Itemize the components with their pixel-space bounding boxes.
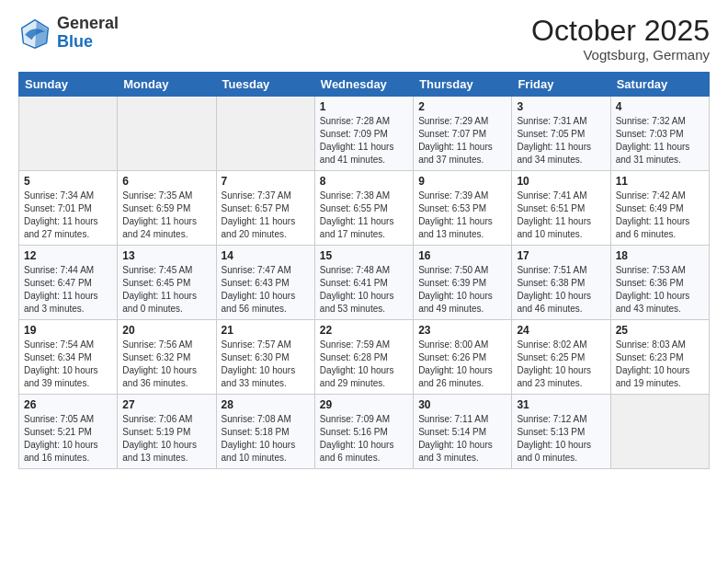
- day-cell: 23Sunrise: 8:00 AMSunset: 6:26 PMDayligh…: [414, 320, 512, 395]
- day-cell: 24Sunrise: 8:02 AMSunset: 6:25 PMDayligh…: [512, 320, 610, 395]
- day-number: 24: [517, 324, 605, 337]
- day-info: Sunrise: 7:11 AMSunset: 5:14 PMDaylight:…: [418, 413, 506, 465]
- day-number: 1: [320, 100, 408, 113]
- day-cell: 8Sunrise: 7:38 AMSunset: 6:55 PMDaylight…: [314, 171, 413, 246]
- day-number: 15: [320, 249, 408, 262]
- day-number: 3: [517, 100, 605, 113]
- day-cell: 21Sunrise: 7:57 AMSunset: 6:30 PMDayligh…: [216, 320, 314, 395]
- day-number: 29: [320, 398, 408, 411]
- day-info: Sunrise: 7:57 AMSunset: 6:30 PMDaylight:…: [222, 339, 310, 390]
- day-info: Sunrise: 7:37 AMSunset: 6:57 PMDaylight:…: [222, 190, 310, 241]
- day-number: 17: [517, 249, 605, 262]
- day-info: Sunrise: 7:38 AMSunset: 6:55 PMDaylight:…: [320, 190, 408, 241]
- day-cell: 29Sunrise: 7:09 AMSunset: 5:16 PMDayligh…: [314, 395, 413, 469]
- day-cell: 9Sunrise: 7:39 AMSunset: 6:53 PMDaylight…: [414, 171, 512, 246]
- day-cell: 18Sunrise: 7:53 AMSunset: 6:36 PMDayligh…: [610, 246, 709, 320]
- day-cell: 31Sunrise: 7:12 AMSunset: 5:13 PMDayligh…: [512, 395, 610, 469]
- location: Vogtsburg, Germany: [531, 47, 710, 63]
- day-cell: 30Sunrise: 7:11 AMSunset: 5:14 PMDayligh…: [414, 395, 512, 469]
- weekday-wednesday: Wednesday: [314, 73, 413, 97]
- day-number: 13: [122, 249, 210, 262]
- day-info: Sunrise: 7:05 AMSunset: 5:21 PMDaylight:…: [24, 413, 112, 465]
- logo-general: General: [57, 14, 119, 32]
- day-info: Sunrise: 7:08 AMSunset: 5:18 PMDaylight:…: [222, 413, 310, 465]
- weekday-tuesday: Tuesday: [216, 73, 314, 97]
- weekday-sunday: Sunday: [19, 73, 118, 97]
- day-cell: 5Sunrise: 7:34 AMSunset: 7:01 PMDaylight…: [19, 171, 118, 246]
- day-number: 22: [320, 324, 408, 337]
- day-number: 10: [517, 175, 605, 188]
- day-cell: 26Sunrise: 7:05 AMSunset: 5:21 PMDayligh…: [19, 395, 118, 469]
- day-cell: 11Sunrise: 7:42 AMSunset: 6:49 PMDayligh…: [610, 171, 709, 246]
- day-number: 7: [222, 175, 310, 188]
- day-cell: [610, 395, 709, 469]
- day-cell: 27Sunrise: 7:06 AMSunset: 5:19 PMDayligh…: [118, 395, 216, 469]
- day-cell: 10Sunrise: 7:41 AMSunset: 6:51 PMDayligh…: [512, 171, 610, 246]
- weekday-saturday: Saturday: [610, 73, 709, 97]
- day-number: 31: [517, 398, 605, 411]
- day-cell: 20Sunrise: 7:56 AMSunset: 6:32 PMDayligh…: [118, 320, 216, 395]
- day-info: Sunrise: 7:50 AMSunset: 6:39 PMDaylight:…: [418, 264, 506, 316]
- day-number: 18: [616, 249, 704, 262]
- day-cell: 1Sunrise: 7:28 AMSunset: 7:09 PMDaylight…: [314, 97, 413, 171]
- day-info: Sunrise: 7:42 AMSunset: 6:49 PMDaylight:…: [616, 190, 704, 241]
- week-row-2: 5Sunrise: 7:34 AMSunset: 7:01 PMDaylight…: [19, 171, 710, 246]
- day-cell: 12Sunrise: 7:44 AMSunset: 6:47 PMDayligh…: [19, 246, 118, 320]
- day-cell: 28Sunrise: 7:08 AMSunset: 5:18 PMDayligh…: [216, 395, 314, 469]
- day-info: Sunrise: 7:29 AMSunset: 7:07 PMDaylight:…: [418, 115, 506, 167]
- day-number: 5: [24, 175, 112, 188]
- svg-marker-1: [35, 21, 48, 48]
- day-number: 4: [616, 100, 704, 113]
- calendar-table: SundayMondayTuesdayWednesdayThursdayFrid…: [18, 72, 710, 469]
- day-number: 14: [222, 249, 310, 262]
- week-row-4: 19Sunrise: 7:54 AMSunset: 6:34 PMDayligh…: [19, 320, 710, 395]
- day-info: Sunrise: 7:09 AMSunset: 5:16 PMDaylight:…: [320, 413, 408, 465]
- day-number: 9: [418, 175, 506, 188]
- day-cell: 14Sunrise: 7:47 AMSunset: 6:43 PMDayligh…: [216, 246, 314, 320]
- day-cell: 25Sunrise: 8:03 AMSunset: 6:23 PMDayligh…: [610, 320, 709, 395]
- day-info: Sunrise: 7:39 AMSunset: 6:53 PMDaylight:…: [418, 190, 506, 241]
- week-row-3: 12Sunrise: 7:44 AMSunset: 6:47 PMDayligh…: [19, 246, 710, 320]
- day-cell: [19, 97, 118, 171]
- page: General Blue October 2025 Vogtsburg, Ger…: [0, 0, 728, 563]
- day-info: Sunrise: 7:47 AMSunset: 6:43 PMDaylight:…: [222, 264, 310, 316]
- day-number: 19: [24, 324, 112, 337]
- day-cell: 4Sunrise: 7:32 AMSunset: 7:03 PMDaylight…: [610, 97, 709, 171]
- day-number: 21: [222, 324, 310, 337]
- day-info: Sunrise: 8:00 AMSunset: 6:26 PMDaylight:…: [418, 339, 506, 390]
- day-number: 20: [122, 324, 210, 337]
- day-cell: 17Sunrise: 7:51 AMSunset: 6:38 PMDayligh…: [512, 246, 610, 320]
- logo-text: General Blue: [57, 15, 119, 52]
- logo-icon: [18, 17, 51, 50]
- day-info: Sunrise: 7:54 AMSunset: 6:34 PMDaylight:…: [24, 339, 112, 390]
- day-info: Sunrise: 7:34 AMSunset: 7:01 PMDaylight:…: [24, 190, 112, 241]
- day-info: Sunrise: 7:48 AMSunset: 6:41 PMDaylight:…: [320, 264, 408, 316]
- header: General Blue October 2025 Vogtsburg, Ger…: [18, 15, 710, 63]
- day-cell: 16Sunrise: 7:50 AMSunset: 6:39 PMDayligh…: [414, 246, 512, 320]
- week-row-1: 1Sunrise: 7:28 AMSunset: 7:09 PMDaylight…: [19, 97, 710, 171]
- day-cell: 6Sunrise: 7:35 AMSunset: 6:59 PMDaylight…: [118, 171, 216, 246]
- title-block: October 2025 Vogtsburg, Germany: [531, 15, 710, 63]
- day-cell: 15Sunrise: 7:48 AMSunset: 6:41 PMDayligh…: [314, 246, 413, 320]
- day-number: 26: [24, 398, 112, 411]
- day-info: Sunrise: 7:28 AMSunset: 7:09 PMDaylight:…: [320, 115, 408, 167]
- logo-blue: Blue: [57, 32, 93, 51]
- day-number: 6: [122, 175, 210, 188]
- logo: General Blue: [18, 15, 119, 52]
- day-info: Sunrise: 8:02 AMSunset: 6:25 PMDaylight:…: [517, 339, 605, 390]
- day-number: 16: [418, 249, 506, 262]
- day-info: Sunrise: 7:32 AMSunset: 7:03 PMDaylight:…: [616, 115, 704, 167]
- day-info: Sunrise: 7:41 AMSunset: 6:51 PMDaylight:…: [517, 190, 605, 241]
- day-number: 25: [616, 324, 704, 337]
- day-number: 11: [616, 175, 704, 188]
- day-number: 30: [418, 398, 506, 411]
- day-info: Sunrise: 7:12 AMSunset: 5:13 PMDaylight:…: [517, 413, 605, 465]
- day-cell: [118, 97, 216, 171]
- day-number: 27: [122, 398, 210, 411]
- day-number: 12: [24, 249, 112, 262]
- day-cell: 2Sunrise: 7:29 AMSunset: 7:07 PMDaylight…: [414, 97, 512, 171]
- weekday-friday: Friday: [512, 73, 610, 97]
- day-cell: [216, 97, 314, 171]
- week-row-5: 26Sunrise: 7:05 AMSunset: 5:21 PMDayligh…: [19, 395, 710, 469]
- day-number: 8: [320, 175, 408, 188]
